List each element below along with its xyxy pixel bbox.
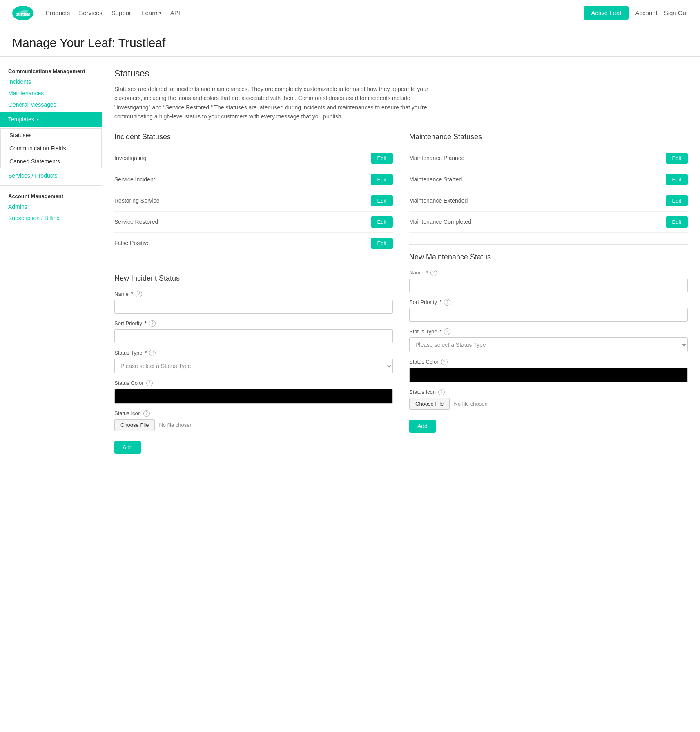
status-icon-help-icon[interactable]: ? [143, 410, 150, 417]
sidebar-item-canned-statements[interactable]: Canned Statements [1, 155, 101, 168]
sidebar-item-comm-fields[interactable]: Communication Fields [1, 142, 101, 155]
main-layout: Communications Management Incidents Main… [0, 57, 700, 728]
required-star: * [439, 299, 441, 305]
new-incident-status-title: New Incident Status [114, 274, 393, 283]
incident-status-name-1: Service Incident [114, 176, 155, 183]
maintenance-choose-file-button[interactable]: Choose File [409, 398, 450, 410]
sidebar-item-statuses[interactable]: Statuses [1, 129, 101, 142]
svg-text:trustleaf: trustleaf [16, 12, 31, 16]
table-row: Investigating Edit [114, 148, 393, 169]
incident-name-input[interactable] [114, 300, 393, 314]
sidebar-item-maintenances[interactable]: Maintenances [0, 87, 102, 99]
incident-choose-file-button[interactable]: Choose File [114, 419, 155, 431]
maintenance-sort-priority-input[interactable] [409, 308, 688, 322]
navbar: trustleaf Products Services Support Lear… [0, 0, 700, 26]
edit-maintenance-completed-button[interactable]: Edit [666, 216, 688, 228]
maintenance-name-help-icon[interactable]: ? [430, 270, 437, 276]
maintenance-status-icon-help-icon[interactable]: ? [438, 389, 445, 395]
sidebar-account-management-title: Account Management [0, 190, 102, 201]
sidebar-item-services-products[interactable]: Services / Products [0, 170, 102, 181]
logo[interactable]: trustleaf [12, 6, 33, 20]
incident-file-input-row: Choose File No file chosen [114, 419, 393, 431]
nav-products[interactable]: Products [46, 9, 70, 16]
table-row: Restoring Service Edit [114, 190, 393, 212]
page-title: Manage Your Leaf: Trustleaf [12, 36, 688, 50]
maintenance-color-swatch[interactable] [409, 368, 688, 382]
maintenance-status-color-help-icon[interactable]: ? [441, 359, 448, 365]
incident-add-button[interactable]: Add [114, 441, 141, 454]
incident-status-type-group: Status Type * ? Please select a Status T… [114, 350, 393, 373]
incident-statuses-col: Incident Statuses Investigating Edit Ser… [114, 133, 393, 454]
sidebar-comm-management-title: Communications Management [0, 65, 102, 76]
incident-sort-priority-group: Sort Priority * ? [114, 320, 393, 343]
edit-maintenance-planned-button[interactable]: Edit [666, 153, 688, 164]
sidebar-item-admins[interactable]: Admins [0, 201, 102, 212]
incident-status-icon-label: Status Icon ? [114, 410, 393, 417]
maintenance-status-type-select[interactable]: Please select a Status Type [409, 337, 688, 352]
nav-support[interactable]: Support [111, 9, 133, 16]
incident-statuses-title: Incident Statuses [114, 133, 393, 141]
sidebar-item-incidents[interactable]: Incidents [0, 76, 102, 87]
nav-account[interactable]: Account [635, 9, 657, 16]
maintenance-sort-priority-group: Sort Priority * ? [409, 299, 688, 322]
table-row: Maintenance Started Edit [409, 169, 688, 190]
incident-status-icon-group: Status Icon ? Choose File No file chosen [114, 410, 393, 431]
edit-investigating-button[interactable]: Edit [371, 153, 393, 164]
maintenance-status-type-label: Status Type * ? [409, 328, 688, 335]
maintenance-sort-priority-help-icon[interactable]: ? [444, 299, 450, 306]
maintenance-status-type-help-icon[interactable]: ? [444, 328, 450, 335]
incident-sort-priority-input[interactable] [114, 329, 393, 343]
edit-maintenance-extended-button[interactable]: Edit [666, 195, 688, 206]
incident-status-name-4: False Positive [114, 240, 150, 246]
table-row: False Positive Edit [114, 233, 393, 254]
active-leaf-button[interactable]: Active Leaf [584, 6, 629, 20]
table-row: Maintenance Extended Edit [409, 190, 688, 212]
incident-status-name-0: Investigating [114, 155, 147, 161]
incident-status-type-select[interactable]: Please select a Status Type [114, 359, 393, 373]
sort-priority-help-icon[interactable]: ? [149, 320, 156, 327]
edit-service-restored-button[interactable]: Edit [371, 216, 393, 228]
table-row: Service Incident Edit [114, 169, 393, 190]
templates-chevron-icon: ▾ [37, 117, 39, 122]
name-help-icon[interactable]: ? [136, 291, 142, 297]
incident-status-type-label: Status Type * ? [114, 350, 393, 356]
maintenance-status-color-group: Status Color ? [409, 359, 688, 382]
sidebar-item-general-messages[interactable]: General Messages [0, 99, 102, 110]
maintenance-name-label: Name * ? [409, 270, 688, 276]
required-star: * [131, 291, 133, 297]
incident-color-swatch[interactable] [114, 389, 393, 404]
incident-status-name-2: Restoring Service [114, 197, 160, 204]
nav-sign-out[interactable]: Sign Out [664, 9, 688, 16]
sidebar-divider [0, 185, 102, 186]
edit-restoring-service-button[interactable]: Edit [371, 195, 393, 206]
sidebar: Communications Management Incidents Main… [0, 57, 102, 728]
maintenance-name-group: Name * ? [409, 270, 688, 292]
nav-learn[interactable]: Learn ▾ [142, 9, 161, 16]
page-title-bar: Manage Your Leaf: Trustleaf [0, 26, 700, 57]
maintenance-add-button[interactable]: Add [409, 420, 436, 433]
sidebar-templates-button[interactable]: Templates ▾ [0, 112, 102, 127]
incident-status-color-label: Status Color ? [114, 380, 393, 386]
maintenance-name-input[interactable] [409, 279, 688, 292]
sidebar-item-subscription-billing[interactable]: Subscription / Billing [0, 212, 102, 224]
status-color-help-icon[interactable]: ? [146, 380, 153, 386]
new-maintenance-status-title: New Maintenance Status [409, 253, 688, 261]
maintenance-status-type-group: Status Type * ? Please select a Status T… [409, 328, 688, 352]
edit-maintenance-started-button[interactable]: Edit [666, 174, 688, 185]
status-type-help-icon[interactable]: ? [149, 350, 156, 356]
required-star: * [439, 328, 441, 335]
incident-status-name-3: Service Restored [114, 219, 158, 225]
nav-services[interactable]: Services [79, 9, 103, 16]
maintenance-sort-priority-label: Sort Priority * ? [409, 299, 688, 306]
table-row: Maintenance Completed Edit [409, 212, 688, 233]
maintenance-statuses-col: Maintenance Statuses Maintenance Planned… [409, 133, 688, 454]
nav-api[interactable]: API [170, 9, 180, 16]
edit-service-incident-button[interactable]: Edit [371, 174, 393, 185]
incident-name-group: Name * ? [114, 291, 393, 314]
edit-false-positive-button[interactable]: Edit [371, 238, 393, 249]
incident-status-color-group: Status Color ? [114, 380, 393, 404]
maintenance-status-name-0: Maintenance Planned [409, 155, 464, 161]
table-row: Service Restored Edit [114, 212, 393, 233]
required-star: * [145, 320, 147, 326]
required-star: * [145, 350, 147, 356]
